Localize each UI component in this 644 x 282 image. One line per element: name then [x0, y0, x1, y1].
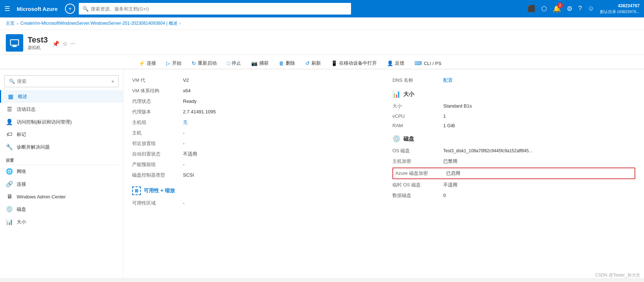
prop-value-hostgroup[interactable]: 无	[183, 119, 375, 126]
prop-value-ram: 1 GiB	[443, 123, 635, 128]
refresh-button[interactable]: ↺ 刷新	[301, 58, 325, 69]
delete-icon: 🗑	[279, 60, 284, 66]
prop-vm-gen: VM 代 V2	[132, 75, 375, 86]
content-inner: VM 代 V2 VM 体系结构 x64 代理状态 Ready 代理版本	[123, 69, 644, 278]
stop-label: 停止	[232, 60, 241, 67]
prop-value-autoplacement: 不适用	[183, 151, 375, 157]
prop-capacity-reservation: 产能预留组 -	[132, 160, 375, 170]
prop-label-capacityreservation: 产能预留组	[132, 161, 183, 168]
svg-rect-2	[13, 46, 16, 47]
help-icon[interactable]: ?	[578, 5, 582, 12]
vm-icon	[6, 34, 23, 52]
search-icon: 🔍	[82, 6, 89, 12]
prop-auto-placement: 自动归置状态 不适用	[132, 149, 375, 160]
create-resource-button[interactable]: +	[65, 4, 75, 14]
size-section-icon: 📊	[392, 90, 400, 98]
delete-button[interactable]: 🗑 删除	[274, 58, 299, 69]
sidebar-item-tags[interactable]: 🏷 标记	[0, 128, 123, 141]
prop-label-availzone: 可用性区域	[132, 200, 183, 206]
notifications-icon[interactable]: 🔔 2	[553, 5, 561, 13]
availability-title: 可用性 + 缩放	[144, 188, 175, 194]
more-icon[interactable]: ···	[70, 40, 75, 47]
restart-icon: ↻	[192, 60, 196, 66]
vm-properties-section: VM 代 V2 VM 体系结构 x64 代理状态 Ready 代理版本	[132, 75, 375, 181]
sidebar-search-container[interactable]: 🔍 «	[4, 75, 119, 87]
prop-host-group: 主机组 无	[132, 117, 375, 128]
sidebar-item-overview[interactable]: ▦ 概述	[0, 90, 123, 103]
sidebar-item-disk[interactable]: 💿 磁盘	[0, 203, 123, 215]
sidebar-network-label: 网络	[17, 168, 26, 175]
sidebar-collapse-icon[interactable]: «	[111, 79, 114, 84]
start-button[interactable]: ▷ 开始	[162, 58, 186, 69]
svg-rect-3	[12, 47, 17, 47]
prop-value-proximity: -	[183, 141, 375, 146]
prop-value-dns[interactable]: 配置	[443, 77, 635, 84]
sidebar-item-size[interactable]: 📊 大小	[0, 215, 123, 228]
prop-label-osdisk: OS 磁盘	[392, 148, 443, 154]
breadcrumb: 主页 › CreateVm-MicrosoftWindowsServer.Win…	[0, 17, 644, 30]
delete-label: 删除	[286, 60, 295, 67]
prop-value-host: -	[183, 130, 375, 136]
sidebar-item-activity-log[interactable]: ☰ 活动日志	[0, 103, 123, 116]
breadcrumb-resource[interactable]: CreateVm-MicrosoftWindowsServer.WindowsS…	[20, 20, 178, 27]
search-input[interactable]	[91, 6, 347, 12]
sidebar-item-access-control[interactable]: 👤 访问控制(标识和访问管理)	[0, 116, 123, 128]
feedback-icon[interactable]: ☺	[588, 5, 594, 12]
cli-button[interactable]: ⌨ CLI / PS	[410, 58, 445, 68]
feedback-label: 反馈	[395, 60, 404, 67]
prop-data-disk: 数据磁盘 0	[392, 190, 635, 201]
sidebar-diagnose-label: 诊断并解决问题	[17, 144, 50, 150]
prop-label-size: 大小	[392, 103, 443, 109]
sidebar-item-connect[interactable]: 🔗 连接	[0, 178, 123, 190]
notification-badge: 2	[557, 3, 563, 8]
refresh-label: 刷新	[311, 60, 321, 67]
prop-value-azurediskencrypt: 已启用	[446, 170, 632, 177]
top-navbar: ☰ Microsoft Azure + 🔍 ⬛ ⬡ 🔔 2 ⚙ ? ☺ 4382…	[0, 0, 644, 17]
page-header-top: Test3 虚拟机 📌 ☆ ···	[6, 34, 638, 52]
size-section-header: 📊 大小	[392, 90, 635, 98]
star-icon[interactable]: ☆	[62, 40, 68, 47]
feedback-button[interactable]: 👤 反馈	[383, 58, 409, 69]
global-search-bar[interactable]: 🔍	[79, 3, 351, 15]
sidebar-search-icon: 🔍	[9, 78, 15, 84]
right-column: DNS 名称 配置 📊 大小 大小 Standard B1s vCPU 1	[392, 75, 635, 209]
two-column-layout: VM 代 V2 VM 体系结构 x64 代理状态 Ready 代理版本	[132, 75, 635, 209]
capture-label: 捕获	[259, 60, 269, 67]
content-area: VM 代 V2 VM 体系结构 x64 代理状态 Ready 代理版本	[123, 69, 644, 278]
user-info[interactable]: 438234767 默认目录 (43823476...	[600, 3, 640, 14]
disk-icon: 💿	[6, 206, 13, 213]
connect-button[interactable]: ⚡ 连接	[134, 58, 160, 69]
terminal-icon[interactable]: ⬛	[527, 5, 535, 13]
feedback-icon: 👤	[387, 60, 393, 66]
pin-icon[interactable]: 📌	[52, 40, 60, 47]
settings-icon[interactable]: ⚙	[567, 5, 572, 13]
sidebar-access-label: 访问控制(标识和访问管理)	[17, 119, 72, 125]
breadcrumb-home[interactable]: 主页	[6, 20, 15, 27]
toolbar: ⚡ 连接 ▷ 开始 ↻ 重新启动 □ 停止 📷 捕获 🗑 删除 ↺ 刷新 📱 在…	[0, 55, 644, 69]
connect-icon: ⚡	[139, 60, 145, 66]
prop-label-host: 主机	[132, 130, 183, 136]
prop-label-hostgroup: 主机组	[132, 119, 183, 126]
sidebar-item-network[interactable]: 🌐 网络	[0, 165, 123, 178]
prop-azure-disk-encryption: Azure 磁盘加密 已启用	[392, 168, 635, 179]
prop-label-diskcontroller: 磁盘控制器类型	[132, 172, 183, 178]
prop-value-availzone: -	[183, 200, 375, 206]
sidebar-item-wac[interactable]: 🖥 Windows Admin Center	[0, 190, 123, 203]
connect-label: 连接	[147, 60, 156, 67]
mobile-button[interactable]: 📱 在移动设备中打开	[327, 58, 381, 69]
prop-label-autoplacement: 自动归置状态	[132, 151, 183, 157]
restart-button[interactable]: ↻ 重新启动	[187, 58, 221, 69]
hamburger-menu[interactable]: ☰	[4, 5, 10, 13]
stop-button[interactable]: □ 停止	[223, 58, 245, 69]
capture-button[interactable]: 📷 捕获	[247, 58, 273, 69]
prop-host: 主机 -	[132, 128, 375, 138]
portal-icon[interactable]: ⬡	[541, 5, 547, 13]
mobile-icon: 📱	[331, 60, 337, 66]
sidebar-search-input[interactable]	[17, 78, 109, 84]
prop-availability-zone: 可用性区域 -	[132, 198, 375, 209]
prop-value-vmarch: x64	[183, 88, 375, 93]
vm-name: Test3	[28, 35, 48, 45]
sidebar-item-diagnose[interactable]: 🔧 诊断并解决问题	[0, 141, 123, 153]
account-label: 默认目录 (43823476...	[600, 9, 640, 14]
prop-label-datadisk: 数据磁盘	[392, 192, 443, 199]
